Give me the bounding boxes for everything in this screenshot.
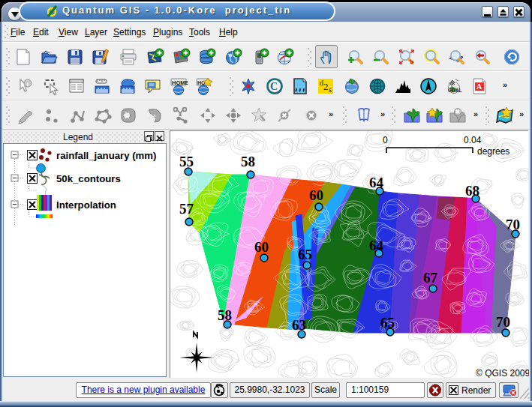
svg-text:0.04: 0.04 (464, 135, 482, 145)
svg-text:© QGIS 2009: © QGIS 2009 (476, 368, 529, 379)
svg-text:degrees: degrees (477, 146, 509, 157)
svg-text:s: s (329, 85, 332, 94)
svg-text:A: A (476, 82, 482, 91)
svg-text:2: 2 (323, 81, 329, 92)
svg-text:HOME: HOME (172, 79, 188, 86)
svg-text:68: 68 (465, 183, 479, 199)
svg-text:58: 58 (218, 307, 232, 323)
svg-text:0: 0 (383, 135, 388, 145)
svg-text:58: 58 (241, 154, 255, 169)
svg-text:65: 65 (380, 315, 395, 331)
svg-text:GDAL: GDAL (448, 88, 461, 93)
svg-text:64: 64 (369, 238, 384, 253)
svg-text:63: 63 (292, 317, 306, 333)
svg-text:65: 65 (298, 247, 312, 262)
svg-text:64: 64 (369, 175, 384, 190)
svg-text:60: 60 (309, 187, 323, 203)
svg-text:70: 70 (496, 314, 510, 330)
svg-text:55: 55 (179, 154, 194, 169)
svg-text:67: 67 (423, 270, 438, 286)
svg-text:C: C (270, 81, 278, 92)
svg-text:60: 60 (254, 239, 269, 255)
svg-text:57: 57 (179, 201, 194, 217)
svg-text:70: 70 (506, 217, 520, 232)
